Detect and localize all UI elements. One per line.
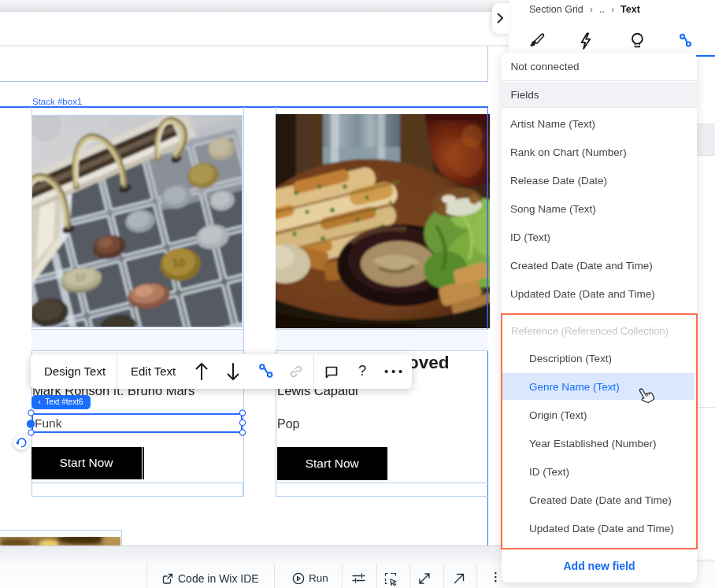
svg-text:10: 10 <box>172 256 186 269</box>
svg-text:10: 10 <box>75 272 86 283</box>
